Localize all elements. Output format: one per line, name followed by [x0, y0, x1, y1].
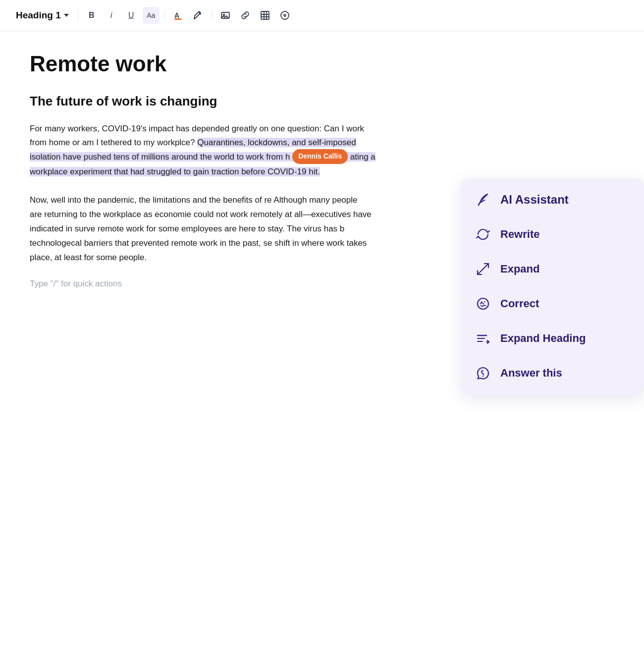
- font-size-button[interactable]: Aa: [143, 7, 160, 24]
- heading-style-label: Heading 1: [16, 10, 61, 21]
- italic-button[interactable]: i: [103, 7, 120, 24]
- image-icon: [220, 10, 230, 20]
- expand-icon: [475, 261, 491, 277]
- answer-this-menu-item[interactable]: Answer this: [461, 356, 644, 390]
- expand-menu-item[interactable]: Expand: [461, 252, 644, 286]
- svg-line-10: [483, 264, 488, 269]
- answer-this-label: Answer this: [500, 367, 562, 380]
- toolbar-divider-3: [212, 10, 212, 21]
- expand-heading-icon: [475, 330, 491, 347]
- toolbar-divider-2: [164, 10, 165, 21]
- expand-heading-label: Expand Heading: [500, 332, 586, 345]
- image-button[interactable]: [217, 7, 234, 24]
- ai-menu: AI Assistant Rewrite Expand: [461, 178, 644, 394]
- paragraph-2[interactable]: Now, well into the pandemic, the limitat…: [30, 193, 372, 265]
- feather-icon: [475, 191, 491, 208]
- table-icon: [260, 10, 270, 20]
- comment-icon: [280, 10, 290, 20]
- underline-button[interactable]: U: [123, 7, 140, 24]
- rewrite-label: Rewrite: [500, 228, 539, 241]
- svg-point-13: [481, 301, 482, 302]
- link-button[interactable]: [237, 7, 254, 24]
- comment-button[interactable]: [276, 7, 293, 24]
- chevron-down-icon: [64, 14, 69, 17]
- ai-assistant-label: AI Assistant: [500, 193, 569, 207]
- expand-label: Expand: [500, 263, 539, 275]
- svg-rect-1: [174, 18, 181, 20]
- rewrite-menu-item[interactable]: Rewrite: [461, 217, 644, 252]
- rewrite-icon: [475, 226, 491, 243]
- ai-assistant-menu-item[interactable]: AI Assistant: [461, 182, 644, 217]
- heading-style-dropdown[interactable]: Heading 1: [12, 8, 73, 23]
- correct-menu-item[interactable]: Correct: [461, 286, 644, 321]
- svg-point-3: [223, 14, 224, 16]
- document-title[interactable]: Remote work: [30, 51, 376, 77]
- document-subtitle[interactable]: The future of work is changing: [30, 93, 376, 110]
- svg-text:A: A: [174, 11, 179, 19]
- text-color-button[interactable]: A: [170, 7, 187, 24]
- toolbar: Heading 1 B i U Aa A: [0, 0, 644, 31]
- document-content: Remote work The future of work is changi…: [0, 31, 406, 309]
- link-icon: [240, 10, 250, 20]
- bold-button[interactable]: B: [83, 7, 100, 24]
- correct-label: Correct: [500, 297, 539, 310]
- toolbar-divider-1: [78, 10, 78, 21]
- text-color-icon: A: [173, 10, 183, 20]
- table-button[interactable]: [257, 7, 273, 24]
- svg-line-11: [478, 269, 483, 275]
- svg-point-19: [483, 376, 484, 377]
- user-badge: Dennis Callis: [292, 149, 348, 164]
- highlight-icon: [193, 10, 203, 20]
- correct-icon: [475, 295, 491, 312]
- svg-point-9: [284, 14, 286, 16]
- highlight-button[interactable]: [190, 7, 207, 24]
- paragraph-1[interactable]: For many workers, COVID-19's impact has …: [30, 122, 376, 179]
- editor-placeholder[interactable]: Type "/" for quick actions: [30, 279, 376, 289]
- svg-point-14: [484, 301, 485, 302]
- answer-this-icon: [475, 365, 491, 382]
- svg-rect-4: [261, 11, 269, 19]
- expand-heading-menu-item[interactable]: Expand Heading: [461, 321, 644, 356]
